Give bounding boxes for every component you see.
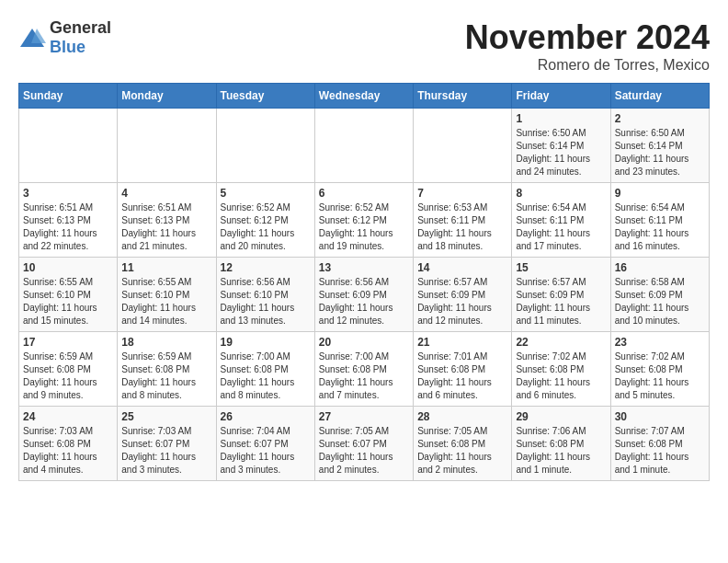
day-number: 23	[615, 336, 705, 349]
calendar-cell: 6Sunrise: 6:52 AM Sunset: 6:12 PM Daylig…	[314, 183, 413, 258]
logo-blue-text: Blue	[50, 38, 85, 56]
calendar-week-row: 10Sunrise: 6:55 AM Sunset: 6:10 PM Dayli…	[19, 258, 710, 332]
day-info: Sunrise: 7:04 AM Sunset: 6:07 PM Dayligh…	[221, 425, 311, 477]
day-info: Sunrise: 7:07 AM Sunset: 6:08 PM Dayligh…	[615, 425, 705, 477]
day-number: 28	[417, 410, 507, 423]
calendar-table: SundayMondayTuesdayWednesdayThursdayFrid…	[18, 83, 710, 481]
calendar-cell: 1Sunrise: 6:50 AM Sunset: 6:14 PM Daylig…	[512, 109, 610, 183]
day-number: 20	[319, 336, 409, 349]
day-number: 25	[121, 410, 211, 423]
calendar-header-cell: Saturday	[610, 84, 709, 109]
calendar-cell	[118, 109, 216, 183]
day-number: 12	[221, 261, 311, 274]
calendar-header-row: SundayMondayTuesdayWednesdayThursdayFrid…	[19, 84, 710, 109]
calendar-cell: 2Sunrise: 6:50 AM Sunset: 6:14 PM Daylig…	[610, 109, 709, 183]
calendar-body: 1Sunrise: 6:50 AM Sunset: 6:14 PM Daylig…	[19, 109, 710, 481]
calendar-cell: 7Sunrise: 6:53 AM Sunset: 6:11 PM Daylig…	[414, 183, 512, 258]
day-info: Sunrise: 6:59 AM Sunset: 6:08 PM Dayligh…	[23, 350, 113, 402]
calendar-cell: 21Sunrise: 7:01 AM Sunset: 6:08 PM Dayli…	[414, 332, 512, 407]
calendar-cell: 9Sunrise: 6:54 AM Sunset: 6:11 PM Daylig…	[610, 183, 709, 258]
day-number: 16	[615, 261, 705, 274]
day-info: Sunrise: 6:54 AM Sunset: 6:11 PM Dayligh…	[516, 201, 606, 253]
calendar-week-row: 3Sunrise: 6:51 AM Sunset: 6:13 PM Daylig…	[19, 183, 710, 258]
day-number: 3	[23, 187, 113, 200]
calendar-header-cell: Wednesday	[314, 84, 413, 109]
day-info: Sunrise: 7:05 AM Sunset: 6:08 PM Dayligh…	[417, 425, 507, 477]
day-number: 24	[23, 410, 113, 423]
logo-general-text: General	[50, 18, 111, 37]
calendar-cell	[414, 109, 512, 183]
day-info: Sunrise: 6:51 AM Sunset: 6:13 PM Dayligh…	[121, 201, 211, 253]
day-number: 2	[615, 112, 705, 125]
day-number: 19	[221, 336, 311, 349]
day-info: Sunrise: 6:56 AM Sunset: 6:10 PM Dayligh…	[221, 276, 311, 327]
day-info: Sunrise: 7:03 AM Sunset: 6:08 PM Dayligh…	[23, 425, 113, 477]
day-number: 15	[516, 261, 606, 274]
calendar-week-row: 17Sunrise: 6:59 AM Sunset: 6:08 PM Dayli…	[19, 332, 710, 407]
calendar-header-cell: Tuesday	[216, 84, 314, 109]
day-info: Sunrise: 6:52 AM Sunset: 6:12 PM Dayligh…	[221, 201, 311, 253]
calendar-cell: 27Sunrise: 7:05 AM Sunset: 6:07 PM Dayli…	[314, 407, 413, 481]
calendar-cell: 24Sunrise: 7:03 AM Sunset: 6:08 PM Dayli…	[19, 407, 118, 481]
calendar-cell: 25Sunrise: 7:03 AM Sunset: 6:07 PM Dayli…	[118, 407, 216, 481]
day-info: Sunrise: 7:05 AM Sunset: 6:07 PM Dayligh…	[319, 425, 409, 477]
day-number: 29	[516, 410, 606, 423]
calendar-cell: 4Sunrise: 6:51 AM Sunset: 6:13 PM Daylig…	[118, 183, 216, 258]
day-info: Sunrise: 6:53 AM Sunset: 6:11 PM Dayligh…	[417, 201, 507, 253]
day-info: Sunrise: 7:00 AM Sunset: 6:08 PM Dayligh…	[319, 350, 409, 402]
title-area: November 2024 Romero de Torres, Mexico	[465, 18, 710, 74]
day-number: 5	[221, 187, 311, 200]
calendar-cell: 5Sunrise: 6:52 AM Sunset: 6:12 PM Daylig…	[216, 183, 314, 258]
day-info: Sunrise: 6:59 AM Sunset: 6:08 PM Dayligh…	[121, 350, 211, 402]
calendar-cell: 18Sunrise: 6:59 AM Sunset: 6:08 PM Dayli…	[118, 332, 216, 407]
calendar-cell	[314, 109, 413, 183]
day-info: Sunrise: 6:57 AM Sunset: 6:09 PM Dayligh…	[516, 276, 606, 327]
day-number: 17	[23, 336, 113, 349]
calendar-cell: 23Sunrise: 7:02 AM Sunset: 6:08 PM Dayli…	[610, 332, 709, 407]
day-number: 30	[615, 410, 705, 423]
header: General Blue November 2024 Romero de Tor…	[18, 18, 710, 74]
day-number: 1	[516, 112, 606, 125]
day-number: 8	[516, 187, 606, 200]
calendar-cell: 20Sunrise: 7:00 AM Sunset: 6:08 PM Dayli…	[314, 332, 413, 407]
calendar-cell	[19, 109, 118, 183]
day-number: 18	[121, 336, 211, 349]
day-number: 13	[319, 261, 409, 274]
day-info: Sunrise: 7:02 AM Sunset: 6:08 PM Dayligh…	[615, 350, 705, 402]
day-number: 7	[417, 187, 507, 200]
calendar-week-row: 1Sunrise: 6:50 AM Sunset: 6:14 PM Daylig…	[19, 109, 710, 183]
calendar-cell: 3Sunrise: 6:51 AM Sunset: 6:13 PM Daylig…	[19, 183, 118, 258]
day-info: Sunrise: 6:55 AM Sunset: 6:10 PM Dayligh…	[121, 276, 211, 327]
calendar-header-cell: Friday	[512, 84, 610, 109]
day-info: Sunrise: 6:52 AM Sunset: 6:12 PM Dayligh…	[319, 201, 409, 253]
day-number: 6	[319, 187, 409, 200]
day-number: 14	[417, 261, 507, 274]
calendar-cell: 30Sunrise: 7:07 AM Sunset: 6:08 PM Dayli…	[610, 407, 709, 481]
calendar-cell: 13Sunrise: 6:56 AM Sunset: 6:09 PM Dayli…	[314, 258, 413, 332]
day-number: 21	[417, 336, 507, 349]
day-number: 22	[516, 336, 606, 349]
day-info: Sunrise: 6:57 AM Sunset: 6:09 PM Dayligh…	[417, 276, 507, 327]
day-info: Sunrise: 7:01 AM Sunset: 6:08 PM Dayligh…	[417, 350, 507, 402]
calendar-header-cell: Thursday	[414, 84, 512, 109]
logo: General Blue	[18, 18, 111, 57]
day-info: Sunrise: 7:03 AM Sunset: 6:07 PM Dayligh…	[121, 425, 211, 477]
day-number: 27	[319, 410, 409, 423]
day-number: 26	[221, 410, 311, 423]
day-info: Sunrise: 7:00 AM Sunset: 6:08 PM Dayligh…	[221, 350, 311, 402]
calendar-header-cell: Sunday	[19, 84, 118, 109]
calendar-cell: 28Sunrise: 7:05 AM Sunset: 6:08 PM Dayli…	[414, 407, 512, 481]
calendar-cell	[216, 109, 314, 183]
calendar-cell: 22Sunrise: 7:02 AM Sunset: 6:08 PM Dayli…	[512, 332, 610, 407]
calendar-week-row: 24Sunrise: 7:03 AM Sunset: 6:08 PM Dayli…	[19, 407, 710, 481]
day-number: 10	[23, 261, 113, 274]
day-info: Sunrise: 6:50 AM Sunset: 6:14 PM Dayligh…	[615, 127, 705, 178]
calendar-cell: 15Sunrise: 6:57 AM Sunset: 6:09 PM Dayli…	[512, 258, 610, 332]
calendar-cell: 26Sunrise: 7:04 AM Sunset: 6:07 PM Dayli…	[216, 407, 314, 481]
calendar-cell: 11Sunrise: 6:55 AM Sunset: 6:10 PM Dayli…	[118, 258, 216, 332]
day-info: Sunrise: 7:02 AM Sunset: 6:08 PM Dayligh…	[516, 350, 606, 402]
day-info: Sunrise: 7:06 AM Sunset: 6:08 PM Dayligh…	[516, 425, 606, 477]
day-info: Sunrise: 6:54 AM Sunset: 6:11 PM Dayligh…	[615, 201, 705, 253]
day-info: Sunrise: 6:55 AM Sunset: 6:10 PM Dayligh…	[23, 276, 113, 327]
calendar-cell: 16Sunrise: 6:58 AM Sunset: 6:09 PM Dayli…	[610, 258, 709, 332]
